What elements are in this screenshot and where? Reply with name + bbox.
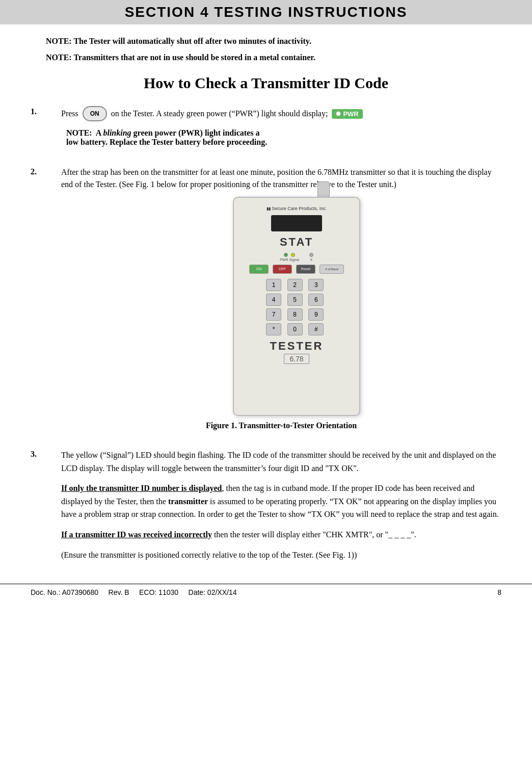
step-1: 1. Press ON on the Tester. A steady gree…	[31, 106, 501, 157]
key-5[interactable]: 5	[287, 294, 303, 306]
btn-band[interactable]: 4 of Band	[320, 265, 344, 274]
led-3	[309, 253, 313, 257]
key-8[interactable]: 8	[287, 308, 303, 321]
footer: Doc. No.: A07390680 Rev. B ECO: 11030 Da…	[0, 584, 532, 601]
step-3-para3-rest: then the tester will display either "CHK…	[212, 530, 416, 539]
step-3-para2-prefix: If only the transmitter ID number is dis…	[61, 484, 222, 492]
step-1-content: Press ON on the Tester. A steady green p…	[61, 106, 501, 157]
device-brand-bottom: TESTER	[270, 340, 324, 353]
page: SECTION 4 TESTING INSTRUCTIONS NOTE: The…	[0, 0, 532, 757]
device-logo: ▮▮ Secure Care Products, Inc.	[267, 206, 327, 212]
key-6[interactable]: 6	[308, 294, 324, 306]
note-2: NOTE: Transmitters that are not in use s…	[31, 53, 501, 62]
led-label-2: X	[310, 258, 313, 262]
pwr-dot	[336, 111, 341, 116]
btn-off[interactable]: OFF	[273, 265, 292, 274]
page-title: SECTION 4 TESTING INSTRUCTIONS	[0, 4, 532, 20]
step-1-note: NOTE: A blinking green power (PWR) light…	[61, 128, 501, 147]
device-keypad: 1 2 3 4 5 6 7 8 9 * 0 #	[266, 279, 327, 335]
led-group-1: PWR Signal	[280, 253, 299, 262]
device-model: 6.78	[284, 354, 309, 364]
step-2-number: 2.	[31, 166, 61, 439]
step-3-content: The yellow (“Signal”) LED should begin f…	[61, 449, 501, 568]
how-to-heading: How to Check a Transmitter ID Code	[31, 74, 501, 92]
key-1[interactable]: 1	[266, 279, 281, 291]
figure-caption: Figure 1. Transmitter-to-Tester Orientat…	[61, 421, 501, 430]
step-3-para2: If only the transmitter ID number is dis…	[61, 482, 501, 521]
key-0[interactable]: 0	[287, 323, 303, 335]
step-2: 2. After the strap has been on the trans…	[31, 166, 501, 439]
tester-device: ▮▮ Secure Care Products, Inc. STAT	[233, 197, 360, 416]
step-1-note-line2: low battery. Replace the Tester battery …	[66, 138, 501, 147]
device-screen	[271, 215, 322, 231]
led-pwr	[284, 253, 288, 257]
key-4[interactable]: 4	[266, 294, 281, 306]
led-label-1: PWR Signal	[280, 258, 299, 262]
note-1: NOTE: The Tester will automatically shut…	[31, 37, 501, 46]
key-7[interactable]: 7	[266, 308, 281, 321]
btn-reset[interactable]: Reset	[296, 265, 315, 274]
device-buttons-row: ON OFF Reset 4 of Band	[249, 265, 344, 274]
pwr-badge: PWR	[332, 109, 362, 119]
key-9[interactable]: 9	[308, 308, 324, 321]
on-button[interactable]: ON	[83, 106, 107, 121]
key-3[interactable]: 3	[308, 279, 324, 291]
press-label: Press	[61, 109, 78, 118]
device-leds: PWR Signal X	[280, 253, 313, 262]
step-3-number: 3.	[31, 449, 61, 568]
step-1-note-line1: NOTE: A blinking green power (PWR) light…	[66, 128, 501, 138]
device-brand-top: STAT	[280, 236, 313, 249]
step-3-para1: The yellow (“Signal”) LED should begin f…	[61, 449, 501, 475]
step-1-number: 1.	[31, 106, 61, 157]
step-2-text: After the strap has been on the transmit…	[61, 166, 501, 191]
page-header: SECTION 4 TESTING INSTRUCTIONS	[0, 0, 532, 24]
step-1-line: Press ON on the Tester. A steady green p…	[61, 106, 501, 121]
step-2-content: After the strap has been on the transmit…	[61, 166, 501, 439]
step-3-para2-bold: transmitter	[168, 497, 208, 506]
step-3-para3: If a transmitter ID was received incorre…	[61, 528, 501, 541]
key-2[interactable]: 2	[287, 279, 303, 291]
step-3-para3-prefix: If a transmitter ID was received incorre…	[61, 530, 212, 539]
led-group-2: X	[309, 253, 313, 262]
step-3: 3. The yellow (“Signal”) LED should begi…	[31, 449, 501, 568]
footer-doc-no: Doc. No.: A07390680 Rev. B ECO: 11030 Da…	[31, 588, 236, 596]
footer-page: 8	[497, 588, 501, 596]
figure-container: ▮▮ Secure Care Products, Inc. STAT	[92, 197, 501, 416]
step-1-text-after: on the Tester. A steady green power (“PW…	[111, 109, 328, 118]
led-signal	[291, 253, 295, 257]
key-star[interactable]: *	[266, 323, 281, 335]
key-hash[interactable]: #	[308, 323, 324, 335]
btn-on[interactable]: ON	[249, 265, 269, 274]
step-3-para4: (Ensure the transmitter is positioned co…	[61, 549, 501, 562]
